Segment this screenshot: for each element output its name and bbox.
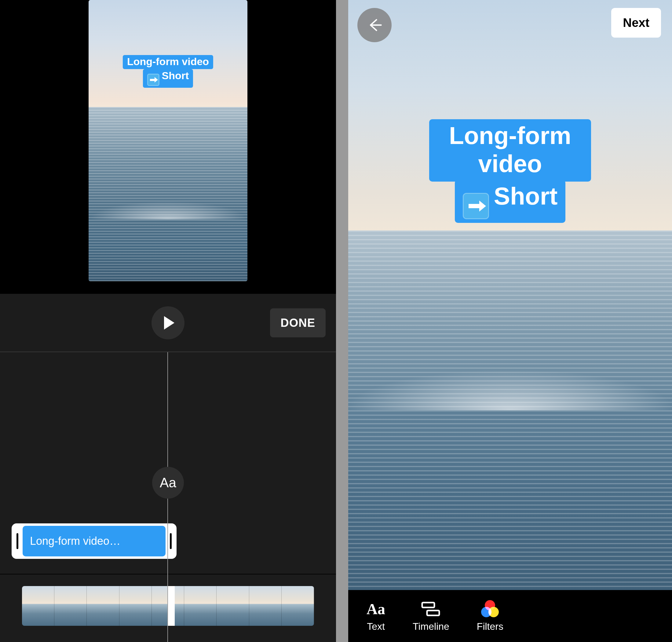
sticker-line-2: Short	[455, 180, 566, 223]
text-sticker[interactable]: Long-form video Short	[429, 119, 591, 223]
video-preview[interactable]: Long-form video Short	[89, 0, 247, 281]
text-sticker-preview[interactable]: Long-form video Short	[123, 55, 213, 88]
story-editor-panel: Next Long-form video Short Aa Text Timel…	[348, 0, 672, 642]
story-sea	[348, 231, 672, 590]
playback-controls: DONE	[0, 294, 336, 351]
video-playhead[interactable]	[167, 586, 175, 626]
arrow-right-icon	[463, 193, 489, 219]
play-icon	[164, 316, 174, 330]
video-thumbnail	[282, 586, 314, 626]
trim-handle-left[interactable]	[14, 527, 21, 555]
text-clip[interactable]: Long-form video…	[12, 523, 176, 559]
tool-label: Timeline	[413, 621, 449, 632]
svg-rect-0	[422, 603, 434, 607]
sticker-line-1: Long-form video	[429, 119, 591, 182]
arrow-right-icon	[147, 74, 159, 86]
play-button[interactable]	[151, 306, 184, 339]
next-button[interactable]: Next	[611, 8, 661, 38]
filters-icon	[481, 600, 499, 618]
video-track-container	[0, 574, 336, 629]
story-foam	[348, 371, 672, 410]
text-aa-icon: Aa	[160, 475, 176, 490]
timeline-editor-panel: Long-form video Short DONE Aa Long-form …	[0, 0, 336, 642]
video-thumbnail	[249, 586, 282, 626]
timeline[interactable]: Aa Long-form video…	[0, 351, 336, 642]
video-thumbnail	[119, 586, 152, 626]
preview-foam	[89, 201, 247, 219]
video-thumbnail	[184, 586, 216, 626]
svg-rect-1	[427, 611, 439, 615]
text-clip-label[interactable]: Long-form video…	[23, 526, 166, 556]
sticker-line-1: Long-form video	[123, 55, 213, 69]
preview-sea	[89, 107, 247, 281]
video-thumbnail	[87, 586, 119, 626]
back-button[interactable]	[357, 8, 392, 42]
trim-handle-right[interactable]	[167, 527, 174, 555]
tool-label: Filters	[477, 621, 503, 632]
text-aa-icon: Aa	[367, 600, 385, 618]
tool-text[interactable]: Aa Text	[367, 600, 385, 632]
done-button[interactable]: DONE	[270, 308, 326, 337]
timeline-icon	[421, 600, 441, 618]
video-thumbnail	[22, 586, 54, 626]
video-preview-area: Long-form video Short	[0, 0, 336, 294]
arrow-left-icon	[367, 17, 382, 33]
sticker-line-2: Short	[143, 69, 193, 88]
tool-timeline[interactable]: Timeline	[413, 600, 449, 632]
tool-bar: Aa Text Timeline Filters	[348, 590, 672, 642]
video-thumbnail	[216, 586, 249, 626]
video-track[interactable]	[22, 586, 314, 626]
video-thumbnail	[54, 586, 87, 626]
tool-label: Text	[367, 621, 385, 632]
add-text-button[interactable]: Aa	[152, 467, 184, 499]
tool-filters[interactable]: Filters	[477, 600, 503, 632]
